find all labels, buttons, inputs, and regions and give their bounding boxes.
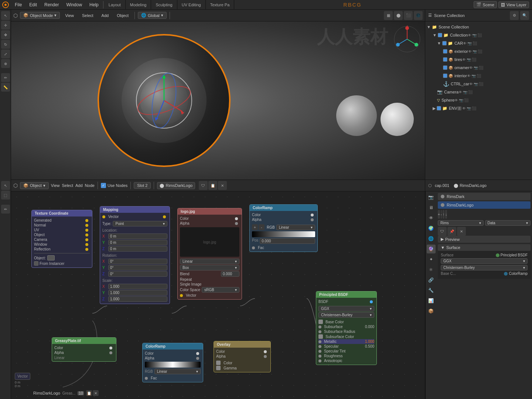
loc-x-input[interactable]: 0 m — [108, 233, 167, 239]
ss-method-dropdown[interactable]: Christensen-Burley ▾ — [441, 265, 528, 270]
outliner-camera[interactable]: 📷 Camera 👁 📷 ⬛ — [425, 88, 532, 96]
node-overlay[interactable]: Overlay Color Alpha Color — [214, 341, 271, 372]
interior-cam-icon[interactable]: 📷 — [471, 74, 476, 78]
outliner-omamer[interactable]: 📦 omamer 👁 📷 ⬛ — [425, 64, 532, 72]
mapping-type-dropdown[interactable]: Point ▾ — [113, 221, 167, 226]
omamer-render-icon[interactable]: ⬛ — [479, 66, 483, 70]
node-principled-bsdf[interactable]: Principled BSDF BSDF GGX ▾ — [316, 291, 377, 365]
outliner-interior[interactable]: 📦 interior 👁 📷 ⬛ — [425, 72, 532, 80]
sphere-cam-icon[interactable]: 📷 — [459, 98, 463, 102]
p-dist-dropdown[interactable]: GGX ▾ — [318, 306, 374, 311]
props-constraint-icon[interactable]: 🔗 — [427, 276, 436, 284]
outliner-exterior[interactable]: 📦 exterior 👁 📷 ⬛ — [425, 47, 532, 55]
ext-cam-icon[interactable]: 📷 — [473, 50, 477, 54]
preview-header[interactable]: ▶ Preview — [438, 236, 531, 243]
select-menu[interactable]: Select — [79, 13, 96, 18]
object-mode-dropdown[interactable]: 📦 Object Mode ▾ — [20, 12, 60, 19]
img-blend-input[interactable]: 0.000 — [221, 271, 239, 277]
node-node-menu[interactable]: Node — [85, 183, 95, 188]
ctrl-render-icon[interactable]: ⬛ — [479, 82, 483, 86]
img-extension[interactable]: Box ▾ — [180, 265, 239, 270]
eye-icon[interactable]: 👁 — [468, 33, 471, 37]
node-editor-icon[interactable]: ⬡ — [13, 183, 18, 188]
tab-texture-paint[interactable]: Texture Pa — [206, 0, 235, 10]
env-eye-icon[interactable]: 👁 — [462, 106, 466, 110]
props-world-icon[interactable]: 🌐 — [427, 234, 436, 243]
cr-remove-btn[interactable]: - — [259, 224, 265, 230]
props-render-icon[interactable]: 📷 — [427, 193, 436, 202]
cam-cam-icon[interactable]: 📷 — [463, 90, 467, 94]
props-modifier-icon[interactable]: 🔧 — [427, 286, 436, 295]
node-canvas[interactable]: Texture Coordinate Generated Normal UV — [11, 191, 425, 399]
viewport-shading-material[interactable]: ⬛ — [404, 11, 413, 20]
interior-eye-icon[interactable]: 👁 — [467, 74, 471, 78]
ext-vis-cb[interactable] — [443, 49, 447, 54]
distribution-dropdown[interactable]: GGX ▾ — [441, 258, 528, 264]
collection-vis-cb[interactable] — [438, 33, 442, 37]
node-image-texture[interactable]: logo.jpg Color Alpha logo.jpg — [177, 208, 242, 300]
viewport-canvas[interactable]: 人人素材 Z X Y — [11, 21, 425, 180]
mat-remove-btn[interactable]: - — [441, 210, 442, 219]
node-view-menu[interactable]: View — [51, 183, 60, 188]
ctrl-eye-icon[interactable]: 👁 — [469, 82, 473, 86]
env-render-icon[interactable]: ⬛ — [472, 106, 476, 110]
color-ramp-bar[interactable] — [252, 231, 315, 237]
node-tex-coord[interactable]: Texture Coordinate Generated Normal UV — [31, 210, 92, 268]
from-inst-cb[interactable] — [34, 261, 38, 266]
cam-icon[interactable]: 📷 — [472, 33, 477, 37]
surface-header[interactable]: ▼ Surface — [438, 244, 531, 251]
car-render-icon[interactable]: ⬛ — [473, 41, 477, 45]
cr-pos-input[interactable]: 0.000 — [260, 238, 315, 244]
add-menu[interactable]: Add — [99, 13, 112, 18]
rimsdarlogo-item[interactable]: RimsDarkLogo — [438, 201, 531, 209]
tool-select[interactable]: ↖ — [1, 11, 10, 20]
scale-y-input[interactable]: 1.000 — [108, 290, 167, 296]
cr-interp-dropdown[interactable]: Linear ▾ — [276, 225, 315, 230]
tab-uv-editing[interactable]: UV Editing — [177, 0, 206, 10]
sphere-eye-icon[interactable]: 👁 — [454, 98, 458, 102]
omamer-vis-cb[interactable] — [443, 65, 447, 70]
img-projection[interactable]: Linear ▾ — [180, 259, 239, 264]
mat-down-btn[interactable]: ↓ — [445, 210, 447, 219]
rot-x-input[interactable]: 0° — [108, 259, 167, 264]
interior-render-icon[interactable]: ⬛ — [477, 74, 481, 78]
node-shield-icon[interactable]: 🛡 — [199, 181, 208, 190]
cam-eye-icon[interactable]: 👁 — [458, 90, 462, 94]
node-canvas-delete[interactable]: ✕ — [93, 390, 99, 396]
props-material-icon[interactable]: 🔮 — [427, 245, 436, 253]
render-icon[interactable]: ⬛ — [477, 33, 482, 37]
rimsdark-item[interactable]: RimsDark — [438, 193, 531, 200]
outliner-filter[interactable]: ⚙ — [510, 11, 519, 20]
ext-render-icon[interactable]: ⬛ — [478, 50, 482, 54]
interior-vis-cb[interactable] — [443, 74, 447, 78]
menu-render[interactable]: Render — [41, 0, 62, 9]
outliner-tires[interactable]: 📦 tires 👁 📷 ⬛ — [425, 55, 532, 64]
tool-cursor[interactable]: ✛ — [1, 21, 10, 30]
node-mapping[interactable]: Mapping Vector Type: Point ▾ — [100, 206, 170, 304]
car-cam-icon[interactable]: 📷 — [467, 41, 472, 45]
menu-window[interactable]: Window — [62, 0, 86, 9]
tool-measure[interactable]: 📏 — [1, 83, 10, 92]
tires-cam-icon[interactable]: 📷 — [467, 58, 471, 62]
node-close-icon[interactable]: ✕ — [218, 181, 227, 190]
viewport-shading-solid[interactable]: ⬤ — [394, 11, 403, 20]
mat-shield-btn[interactable]: 🛡 — [438, 227, 447, 236]
tires-render-icon[interactable]: ⬛ — [472, 58, 476, 62]
use-nodes-toggle[interactable]: ✓ Use Nodes — [101, 183, 127, 188]
mat-pin-btn[interactable]: 📌 — [447, 227, 456, 236]
scale-z-input[interactable]: 1.000 — [108, 296, 167, 302]
node-greasy-plate[interactable]: GreasyPlate.tif Color Alpha Linear — [52, 337, 116, 362]
menu-edit[interactable]: Edit — [25, 0, 41, 9]
loc-z-input[interactable]: 0 m — [108, 246, 167, 252]
node-mode-dropdown[interactable]: 📦 Object ▾ — [20, 182, 49, 189]
car-eye-icon[interactable]: 👁 — [463, 41, 467, 45]
node-canvas-copy[interactable]: 📋 — [86, 390, 92, 396]
nav-gizmo[interactable]: Z X Y — [392, 24, 422, 55]
transform-dropdown[interactable]: 🌐 Global ▾ — [138, 12, 167, 19]
editor-type-icon[interactable]: ⬡ — [13, 13, 18, 18]
mat-up-btn[interactable]: ↑ — [443, 210, 444, 219]
tex-object-field[interactable] — [47, 255, 55, 260]
omamer-eye-icon[interactable]: 👁 — [469, 66, 473, 70]
ext-eye-icon[interactable]: 👁 — [468, 50, 472, 54]
node-tool-box[interactable]: ⬚ — [1, 191, 10, 200]
